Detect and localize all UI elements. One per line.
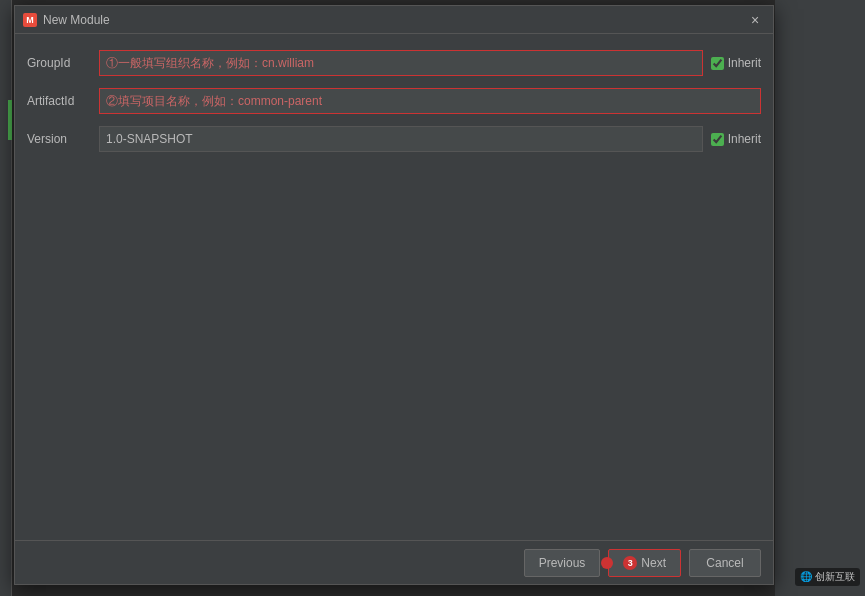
- bg-green-bar: [8, 100, 12, 140]
- artifactid-input[interactable]: [99, 88, 761, 114]
- next-button[interactable]: 3 Next: [608, 549, 681, 577]
- new-module-dialog: M New Module × GroupId Inherit ArtifactI…: [14, 5, 774, 585]
- artifactid-row: ArtifactId: [27, 88, 761, 114]
- version-input[interactable]: [99, 126, 703, 152]
- bg-sidebar: [0, 0, 12, 596]
- cancel-button[interactable]: Cancel: [689, 549, 761, 577]
- watermark-text: 🌐 创新互联: [800, 571, 855, 582]
- watermark: 🌐 创新互联: [795, 568, 860, 586]
- dialog-app-icon: M: [23, 13, 37, 27]
- dialog-footer: Previous 3 Next Cancel: [15, 540, 773, 584]
- dialog-title: New Module: [43, 13, 110, 27]
- groupid-inherit-container: Inherit: [711, 56, 761, 70]
- groupid-inherit-checkbox[interactable]: [711, 57, 724, 70]
- groupid-input[interactable]: [99, 50, 703, 76]
- version-label: Version: [27, 132, 99, 146]
- next-label: Next: [641, 556, 666, 570]
- previous-button[interactable]: Previous: [524, 549, 601, 577]
- version-inherit-checkbox[interactable]: [711, 133, 724, 146]
- bg-right-panel: [775, 0, 865, 596]
- groupid-row: GroupId Inherit: [27, 50, 761, 76]
- dialog-title-left: M New Module: [23, 13, 110, 27]
- dialog-titlebar: M New Module ×: [15, 6, 773, 34]
- artifactid-label: ArtifactId: [27, 94, 99, 108]
- next-button-content: 3 Next: [623, 556, 666, 570]
- groupid-label: GroupId: [27, 56, 99, 70]
- groupid-inherit-label: Inherit: [728, 56, 761, 70]
- version-inherit-label: Inherit: [728, 132, 761, 146]
- version-inherit-container: Inherit: [711, 132, 761, 146]
- next-circle-icon: 3: [623, 556, 637, 570]
- version-row: Version Inherit: [27, 126, 761, 152]
- close-button[interactable]: ×: [745, 10, 765, 30]
- dialog-body: GroupId Inherit ArtifactId Version Inher…: [15, 34, 773, 180]
